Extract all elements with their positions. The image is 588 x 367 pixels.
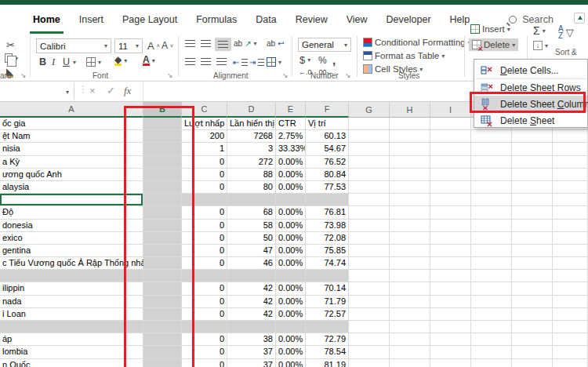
cell-x8[interactable] [553,206,588,219]
cell-B14[interactable] [143,282,182,295]
cell-x11[interactable] [471,245,512,257]
align-right-button[interactable] [216,58,227,65]
column-header-F[interactable]: F [306,102,349,118]
cell-x2[interactable] [553,130,588,143]
clipboard-dialog-launcher[interactable]: ↘ [20,71,27,79]
menu-item-delete-sheet-columns[interactable]: Delete Sheet Columns [474,96,587,112]
cell-F7[interactable] [306,194,349,206]
cell-F18[interactable]: 72.79 [306,333,349,346]
cell-F12[interactable]: 74.74 [306,257,349,270]
cell-D18[interactable]: 38 [227,333,276,346]
cell-A10[interactable]: exico [0,232,143,245]
cell-C2[interactable]: 200 [182,130,227,143]
cell-C1[interactable]: Lượt nhấp [182,118,227,130]
cell-I4[interactable] [430,156,471,169]
cell-B7[interactable] [143,194,182,206]
cell-H10[interactable] [390,232,430,245]
cell-x12[interactable] [553,257,588,270]
cell-A5[interactable]: ương quốc Anh [0,169,143,181]
menu-item-delete-sheet[interactable]: Delete Sheet [474,112,587,129]
tab-page-layout[interactable]: Page Layout [113,5,187,35]
cell-C8[interactable]: 0 [182,206,227,219]
cell-D19[interactable]: 37 [227,346,276,358]
percent-style-button[interactable]: % [318,55,327,66]
cell-A8[interactable]: Độ [0,206,143,219]
cell-x14[interactable] [553,282,588,295]
cell-C19[interactable]: 0 [182,346,227,358]
cell-F15[interactable]: 71.79 [306,296,349,308]
cell-E4[interactable]: 0.00% [276,156,306,169]
cell-x9[interactable] [471,220,512,232]
cell-H17[interactable] [390,321,430,333]
alignment-dialog-launcher[interactable]: ↘ [282,71,289,79]
cell-C17[interactable] [182,321,227,333]
menu-item-delete-cells[interactable]: Delete Cells... [474,62,587,78]
shrink-font-button[interactable]: A˅ [162,40,173,51]
cell-B6[interactable] [143,181,182,194]
cell-A20[interactable]: n Quốc [0,359,143,367]
cell-G19[interactable] [349,346,390,358]
cell-x2[interactable] [512,130,553,143]
fill-button[interactable]: ↓▾ [533,41,548,50]
cell-F1[interactable]: Vị trí [306,118,349,130]
cell-E6[interactable]: 0.00% [276,181,306,194]
column-header-B[interactable]: B [143,102,182,118]
cell-x6[interactable] [471,181,512,194]
cell-B1[interactable] [143,118,182,130]
cell-D9[interactable]: 58 [227,220,276,232]
cell-x7[interactable] [512,194,553,206]
column-header-H[interactable]: H [390,102,430,118]
cell-E18[interactable]: 0.00% [276,333,306,346]
cell-B13[interactable] [143,270,182,282]
cell-H8[interactable] [390,206,430,219]
italic-button[interactable]: I [52,56,55,68]
cell-A11[interactable]: gentina [0,245,143,257]
cell-I3[interactable] [430,143,471,155]
cell-x15[interactable] [553,296,588,308]
wrap-text-button[interactable]: ab↩ [267,39,285,48]
cell-G15[interactable] [349,296,390,308]
cell-A4[interactable]: a Kỳ [0,156,143,169]
cell-x11[interactable] [553,245,588,257]
column-header-D[interactable]: D [227,102,276,118]
cell-E12[interactable]: 0.00% [276,257,306,270]
cell-C11[interactable]: 0 [182,245,227,257]
cell-D11[interactable]: 47 [227,245,276,257]
cell-A1[interactable]: ốc gia [0,118,143,130]
font-dialog-launcher[interactable]: ↘ [167,71,173,79]
cell-F2[interactable]: 60.13 [306,130,349,143]
cell-G9[interactable] [349,220,390,232]
cell-H1[interactable] [390,118,430,130]
cancel-button[interactable]: × [89,85,96,96]
cell-C16[interactable]: 0 [182,308,227,321]
cell-E11[interactable]: 0.00% [276,245,306,257]
cell-x12[interactable] [471,257,512,270]
cell-x18[interactable] [471,333,512,346]
cell-A2[interactable]: ệt Nam [0,130,143,143]
cell-I5[interactable] [430,169,471,181]
cell-I20[interactable] [430,359,471,367]
cell-E5[interactable]: 0.00% [276,169,306,181]
cell-x13[interactable] [553,270,588,282]
cell-I6[interactable] [430,181,471,194]
cell-E14[interactable]: 0.00% [276,282,306,295]
underline-options-chevron[interactable]: ▾ [73,59,76,66]
cell-E8[interactable]: 0.00% [276,206,306,219]
cell-E7[interactable] [276,194,306,206]
tab-formulas[interactable]: Formulas [187,5,246,35]
cell-G14[interactable] [349,282,390,295]
cell-H12[interactable] [390,257,430,270]
comma-style-button[interactable]: , [332,53,336,67]
cell-F11[interactable]: 75.85 [306,245,349,257]
cell-x10[interactable] [512,232,553,245]
cell-x4[interactable] [553,156,588,169]
cell-C7[interactable] [182,194,227,206]
cell-H11[interactable] [390,245,430,257]
cell-A7[interactable] [0,194,143,206]
cell-F8[interactable]: 76.81 [306,206,349,219]
column-header-G[interactable]: G [349,102,390,118]
cell-x6[interactable] [512,181,553,194]
cell-E20[interactable]: 0.00% [276,359,306,367]
cell-A15[interactable]: nada [0,296,143,308]
cell-x18[interactable] [512,333,553,346]
